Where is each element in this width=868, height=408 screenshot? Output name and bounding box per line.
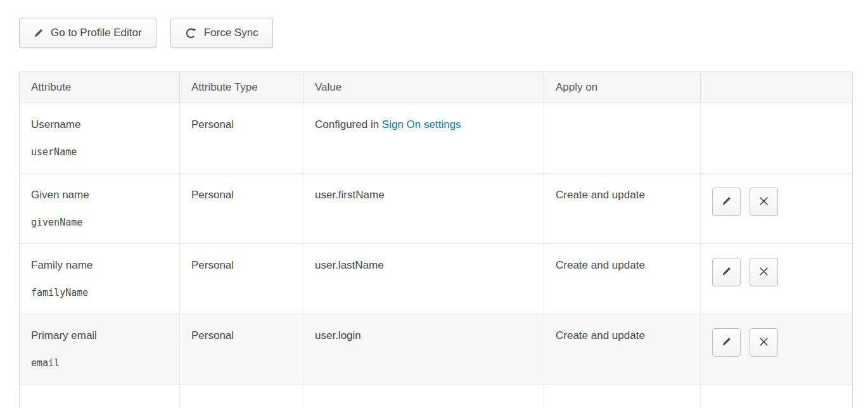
attribute-cell bbox=[20, 385, 180, 408]
edit-mapping-button[interactable] bbox=[712, 188, 741, 216]
attribute-cell: Given name givenName bbox=[20, 174, 180, 244]
table-row-family-name: Family name familyName Personal user.las… bbox=[20, 244, 853, 314]
attribute-type-cell: Personal bbox=[180, 174, 303, 244]
edit-mapping-button[interactable] bbox=[712, 258, 741, 286]
apply-on-cell: Create and update bbox=[544, 174, 701, 244]
close-icon bbox=[759, 337, 769, 348]
actions-cell bbox=[701, 314, 853, 385]
value-cell: Configured in Sign On settings bbox=[303, 103, 544, 174]
header-attribute-type: Attribute Type bbox=[180, 72, 303, 103]
table-header-row: Attribute Attribute Type Value Apply on bbox=[20, 72, 853, 103]
remove-mapping-button[interactable] bbox=[750, 258, 778, 286]
value-cell: user.lastName bbox=[303, 244, 544, 314]
value-text: Configured in bbox=[315, 118, 382, 131]
attribute-type-cell: Personal bbox=[180, 244, 303, 314]
apply-on-cell bbox=[544, 385, 701, 408]
attribute-cell: Family name familyName bbox=[20, 244, 180, 314]
refresh-icon bbox=[185, 27, 197, 39]
pencil-icon bbox=[722, 196, 732, 208]
attribute-type-cell bbox=[180, 385, 303, 408]
go-to-profile-editor-button[interactable]: Go to Profile Editor bbox=[19, 18, 156, 48]
attribute-label: Username bbox=[31, 118, 168, 131]
actions-cell bbox=[701, 174, 853, 244]
attribute-mapping-table: Attribute Attribute Type Value Apply on … bbox=[19, 72, 853, 408]
attribute-variable-name: givenName bbox=[31, 217, 168, 228]
attribute-type-cell: Personal bbox=[180, 103, 303, 174]
table-row-username: Username userName Personal Configured in… bbox=[20, 103, 853, 174]
actions-cell bbox=[701, 103, 853, 174]
attribute-label: Given name bbox=[31, 189, 168, 201]
attribute-variable-name: userName bbox=[31, 146, 168, 158]
attribute-mappings-page: Go to Profile Editor Force Sync Attribut… bbox=[0, 0, 868, 408]
toolbar: Go to Profile Editor Force Sync bbox=[19, 18, 852, 48]
attribute-type-cell: Personal bbox=[180, 314, 303, 385]
attribute-cell: Primary email email bbox=[20, 314, 180, 385]
close-icon bbox=[759, 267, 769, 278]
table-row-empty bbox=[20, 385, 853, 408]
header-actions bbox=[701, 72, 853, 103]
close-icon bbox=[759, 196, 769, 208]
table-row-given-name: Given name givenName Personal user.first… bbox=[20, 174, 853, 244]
header-apply-on: Apply on bbox=[544, 72, 701, 103]
pencil-icon bbox=[722, 266, 732, 278]
sign-on-settings-link[interactable]: Sign On settings bbox=[382, 118, 461, 131]
remove-mapping-button[interactable] bbox=[750, 188, 778, 216]
table-row-primary-email: Primary email email Personal user.login … bbox=[20, 314, 853, 385]
attribute-label: Family name bbox=[31, 259, 168, 272]
value-cell: user.login bbox=[303, 314, 544, 385]
pencil-icon bbox=[722, 336, 732, 348]
value-cell: user.firstName bbox=[303, 174, 544, 244]
remove-mapping-button[interactable] bbox=[750, 328, 778, 357]
attribute-label: Primary email bbox=[31, 329, 168, 342]
apply-on-cell: Create and update bbox=[544, 244, 701, 314]
actions-cell bbox=[701, 244, 853, 314]
apply-on-cell: Create and update bbox=[544, 314, 701, 385]
force-sync-button[interactable]: Force Sync bbox=[170, 18, 273, 48]
header-attribute: Attribute bbox=[20, 72, 180, 103]
attribute-variable-name: email bbox=[31, 357, 168, 369]
go-to-profile-editor-label: Go to Profile Editor bbox=[51, 27, 142, 39]
attribute-cell: Username userName bbox=[20, 103, 180, 174]
actions-cell bbox=[701, 385, 853, 408]
pencil-icon bbox=[34, 28, 44, 38]
force-sync-label: Force Sync bbox=[204, 27, 258, 39]
attribute-variable-name: familyName bbox=[31, 287, 168, 298]
value-cell bbox=[303, 385, 544, 408]
edit-mapping-button[interactable] bbox=[712, 328, 741, 357]
apply-on-cell bbox=[544, 103, 701, 174]
header-value: Value bbox=[303, 72, 544, 103]
